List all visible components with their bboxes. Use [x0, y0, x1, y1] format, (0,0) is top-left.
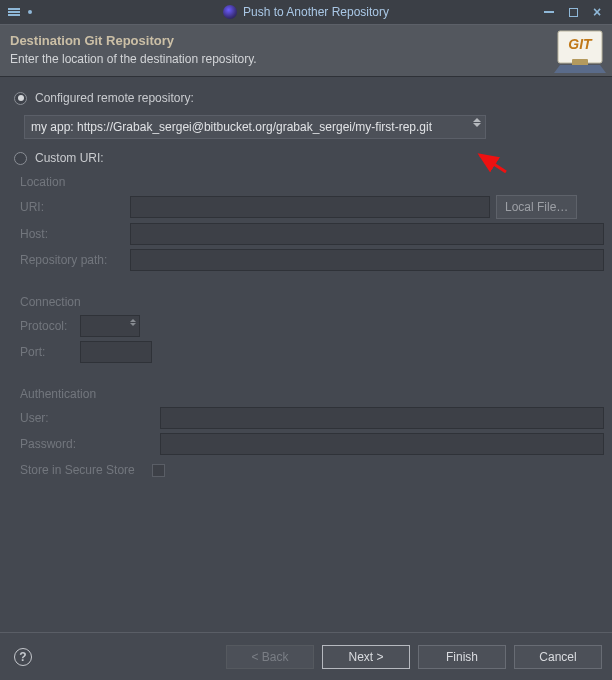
eclipse-icon	[223, 5, 237, 19]
finish-button[interactable]: Finish	[418, 645, 506, 669]
next-button[interactable]: Next >	[322, 645, 410, 669]
remote-dropdown[interactable]: my app: https://Grabak_sergei@bitbucket.…	[24, 115, 486, 139]
app-menu-icon[interactable]	[8, 7, 20, 17]
window-title: Push to Another Repository	[243, 5, 389, 19]
configured-remote-radio-row[interactable]: Configured remote repository:	[14, 91, 604, 105]
repo-path-input	[130, 249, 604, 271]
custom-uri-radio-row[interactable]: Custom URI:	[14, 151, 604, 165]
chevron-updown-icon	[473, 118, 481, 127]
protocol-combo	[80, 315, 140, 337]
host-label: Host:	[20, 227, 130, 241]
dialog-footer: ? < Back Next > Finish Cancel	[0, 632, 612, 680]
repo-path-label: Repository path:	[20, 253, 130, 267]
app-status-dot	[28, 10, 32, 14]
configured-remote-radio[interactable]	[14, 92, 27, 105]
custom-uri-label: Custom URI:	[35, 151, 104, 165]
minimize-button[interactable]	[542, 5, 556, 19]
dialog-header: Destination Git Repository Enter the loc…	[0, 24, 612, 77]
connection-group-label: Connection	[20, 295, 604, 309]
uri-input	[130, 196, 490, 218]
window-titlebar: Push to Another Repository ×	[0, 0, 612, 24]
port-label: Port:	[20, 345, 80, 359]
dialog-subtitle: Enter the location of the destination re…	[10, 52, 602, 66]
store-secure-checkbox	[152, 464, 165, 477]
user-label: User:	[20, 411, 160, 425]
protocol-label: Protocol:	[20, 319, 80, 333]
chevron-updown-icon	[130, 319, 136, 326]
git-logo-icon: GIT	[554, 29, 606, 73]
store-secure-label: Store in Secure Store	[20, 463, 152, 477]
configured-remote-label: Configured remote repository:	[35, 91, 194, 105]
help-icon[interactable]: ?	[14, 648, 32, 666]
port-input	[80, 341, 152, 363]
auth-group-label: Authentication	[20, 387, 604, 401]
dialog-title: Destination Git Repository	[10, 33, 602, 48]
password-label: Password:	[20, 437, 160, 451]
maximize-button[interactable]	[566, 5, 580, 19]
location-group-label: Location	[20, 175, 604, 189]
custom-uri-radio[interactable]	[14, 152, 27, 165]
uri-label: URI:	[20, 200, 130, 214]
back-button: < Back	[226, 645, 314, 669]
user-input	[160, 407, 604, 429]
local-file-button: Local File…	[496, 195, 577, 219]
close-button[interactable]: ×	[590, 5, 604, 19]
remote-dropdown-value: my app: https://Grabak_sergei@bitbucket.…	[31, 120, 432, 134]
svg-marker-3	[554, 65, 606, 73]
cancel-button[interactable]: Cancel	[514, 645, 602, 669]
dialog-content: Configured remote repository: my app: ht…	[0, 77, 612, 477]
svg-text:GIT: GIT	[568, 36, 593, 52]
host-input	[130, 223, 604, 245]
password-input	[160, 433, 604, 455]
